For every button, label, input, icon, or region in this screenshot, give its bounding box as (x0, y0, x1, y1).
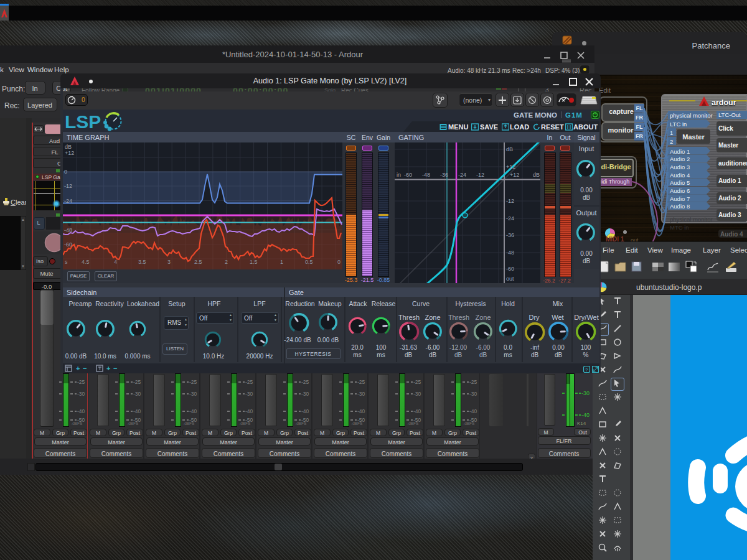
svg-text:1.5: 1.5 (250, 259, 258, 265)
svg-text:-48: -48 (506, 250, 514, 256)
svg-text:0: 0 (337, 259, 341, 265)
svg-text:s: s (65, 259, 68, 265)
svg-text:+12: +12 (65, 150, 74, 156)
svg-text:-48: -48 (422, 172, 430, 178)
svg-text:in: in (397, 172, 401, 178)
svg-text:?: ? (585, 367, 588, 373)
svg-text:dB: dB (533, 172, 540, 178)
svg-text:-24: -24 (64, 198, 72, 204)
svg-text:-24: -24 (458, 172, 466, 178)
svg-text:2: 2 (225, 259, 228, 265)
svg-text:2.5: 2.5 (194, 259, 202, 265)
svg-text:-12: -12 (506, 198, 514, 204)
svg-text:-36: -36 (440, 172, 448, 178)
svg-text:0: 0 (64, 169, 67, 175)
svg-text:+12: +12 (506, 164, 515, 170)
svg-text:4: 4 (114, 259, 117, 265)
svg-text:4.5: 4.5 (82, 259, 90, 265)
svg-text:1: 1 (280, 259, 283, 265)
svg-text:-12: -12 (476, 172, 484, 178)
svg-text:3.5: 3.5 (138, 259, 146, 265)
svg-text:out: out (506, 276, 514, 282)
svg-text:-48: -48 (64, 227, 72, 233)
svg-text:-60: -60 (64, 241, 72, 248)
svg-text:-24: -24 (506, 215, 514, 222)
svg-text:0.5: 0.5 (305, 259, 313, 265)
svg-text:-60: -60 (506, 266, 514, 272)
svg-text:-12: -12 (64, 183, 72, 189)
svg-text:dB: dB (506, 146, 513, 152)
svg-text:-60: -60 (404, 172, 412, 178)
svg-text:3: 3 (167, 259, 171, 265)
svg-text:+12: +12 (510, 172, 519, 178)
svg-text:dB: dB (65, 144, 72, 150)
svg-text:-36: -36 (506, 232, 514, 238)
